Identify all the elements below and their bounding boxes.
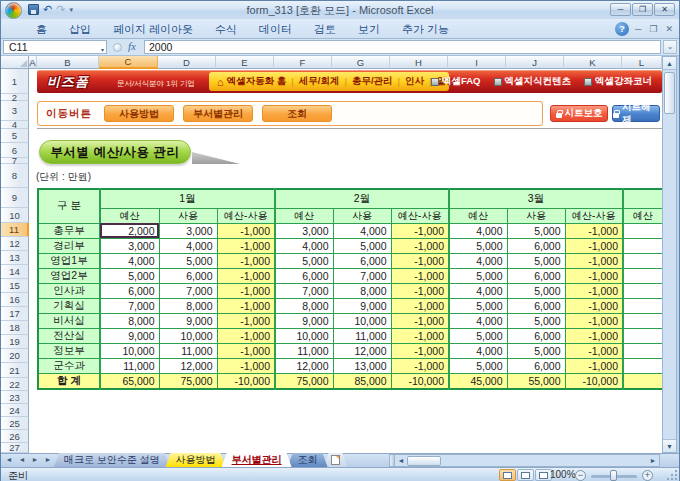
value-cell[interactable]: -1,000 [217,313,275,328]
row-header-8[interactable]: 8 [1,164,29,188]
value-cell[interactable]: -1,000 [217,223,275,238]
value-cell[interactable]: 5,000 [159,253,217,268]
column-header-K[interactable]: K [564,56,622,69]
vertical-scroll-thumb[interactable] [664,72,675,114]
value-cell[interactable]: 8,000 [275,298,333,313]
value-cell[interactable]: 10,000 [100,343,159,358]
row-header-17[interactable]: 17 [1,307,29,321]
zoom-slider-thumb[interactable] [610,470,617,481]
close-button[interactable]: ✕ [654,3,675,16]
value-cell[interactable]: -1,000 [565,238,623,253]
value-cell[interactable]: 10,000 [159,328,217,343]
value-cell-empty[interactable] [623,358,662,373]
value-cell[interactable]: -1,000 [391,343,449,358]
value-cell-empty[interactable] [623,298,662,313]
value-cell[interactable]: 7,000 [275,283,333,298]
value-cell[interactable]: 12,000 [159,358,217,373]
sheet-tab-usage[interactable]: 사용방법 [166,453,226,467]
value-cell[interactable]: 5,000 [507,253,565,268]
value-cell[interactable]: 6,000 [507,328,565,343]
value-cell[interactable]: -1,000 [565,328,623,343]
value-cell[interactable]: -1,000 [565,223,623,238]
row-header-18[interactable]: 18 [1,321,29,335]
value-cell[interactable]: -1,000 [391,313,449,328]
total-cell[interactable]: 75,000 [275,373,333,389]
prev-sheet-icon[interactable]: ◄ [16,454,28,466]
row-header-24[interactable]: 24 [1,404,29,417]
nav-button[interactable]: 조회 [262,105,332,122]
table-header-month[interactable]: 2월 [275,189,449,208]
value-cell[interactable]: 10,000 [275,328,333,343]
value-cell[interactable]: 4,000 [449,253,507,268]
value-cell[interactable]: 5,000 [449,358,507,373]
value-cell[interactable]: -1,000 [217,283,275,298]
value-cell[interactable]: 9,000 [275,313,333,328]
ribbon-tab[interactable]: 수식 [204,19,248,38]
row-header-27[interactable]: 27 [1,443,29,453]
value-cell[interactable]: 12,000 [275,358,333,373]
value-cell[interactable]: 4,000 [449,223,507,238]
value-cell[interactable]: 5,000 [507,313,565,328]
total-cell[interactable]: 55,000 [507,373,565,389]
banner-link[interactable]: 엑셀FAQ [431,75,481,88]
value-cell[interactable]: 6,000 [507,238,565,253]
table-header-month[interactable]: 3월 [449,189,623,208]
row-header-21[interactable]: 21 [1,363,29,378]
value-cell[interactable]: -1,000 [565,313,623,328]
column-header-A[interactable]: A [29,56,37,69]
table-subheader[interactable]: 예산-사용 [565,208,623,223]
dept-cell[interactable]: 전산실 [38,328,100,343]
ribbon-tab[interactable]: 삽입 [58,19,102,38]
value-cell[interactable]: 6,000 [507,298,565,313]
value-cell[interactable]: 5,000 [449,328,507,343]
value-cell[interactable]: 9,000 [333,298,391,313]
value-cell[interactable]: 2,000 [100,223,159,238]
sheet-tab-macro[interactable]: 매크로 보안수준 설명 [54,453,170,467]
table-subheader[interactable]: 사용 [507,208,565,223]
value-cell[interactable]: 5,000 [507,343,565,358]
select-all-corner[interactable] [1,56,29,69]
next-sheet-icon[interactable]: ► [29,454,41,466]
value-cell[interactable]: 5,000 [449,298,507,313]
table-subheader[interactable]: 예산 [100,208,159,223]
value-cell[interactable]: 4,000 [333,223,391,238]
banner-menu-item[interactable]: 세무/회계 [299,75,340,88]
value-cell[interactable]: -1,000 [391,283,449,298]
value-cell[interactable]: -1,000 [217,328,275,343]
value-cell[interactable]: 11,000 [100,358,159,373]
value-cell[interactable]: -1,000 [217,238,275,253]
column-header-D[interactable]: D [158,56,216,69]
total-cell[interactable]: -10,000 [391,373,449,389]
row-header-1[interactable]: 1 [1,69,29,94]
table-subheader[interactable]: 예산 [275,208,333,223]
horizontal-scroll-thumb[interactable] [407,456,441,466]
total-cell-empty[interactable] [623,373,662,389]
column-header-J[interactable]: J [506,56,564,69]
value-cell[interactable]: 5,000 [333,238,391,253]
value-cell[interactable]: -1,000 [391,298,449,313]
value-cell[interactable]: 6,000 [159,268,217,283]
value-cell[interactable]: -1,000 [217,268,275,283]
table-subheader-partial[interactable]: 예산 [623,208,662,223]
row-header-3[interactable]: 3 [1,101,29,121]
total-cell[interactable]: 45,000 [449,373,507,389]
value-cell[interactable]: -1,000 [565,253,623,268]
dept-cell[interactable]: 경리부 [38,238,100,253]
ribbon-tab[interactable]: 홈 [25,19,58,38]
value-cell[interactable]: 5,000 [507,283,565,298]
value-cell[interactable]: 9,000 [159,313,217,328]
value-cell[interactable]: 7,000 [333,268,391,283]
value-cell[interactable]: -1,000 [217,358,275,373]
nav-button[interactable]: 부서별관리 [183,105,253,122]
column-header-F[interactable]: F [274,56,332,69]
sheet-unprotect-button[interactable]: 시트해제 [612,105,660,122]
value-cell[interactable]: 6,000 [507,268,565,283]
page-layout-view-button[interactable] [517,469,534,481]
value-cell[interactable]: 8,000 [333,283,391,298]
dept-cell[interactable]: 비서실 [38,313,100,328]
doc-close-icon[interactable]: ✕ [663,23,675,36]
value-cell[interactable]: 7,000 [100,298,159,313]
ribbon-tab[interactable]: 데이터 [248,19,303,38]
value-cell[interactable]: 11,000 [333,328,391,343]
total-label[interactable]: 합 계 [38,373,100,389]
